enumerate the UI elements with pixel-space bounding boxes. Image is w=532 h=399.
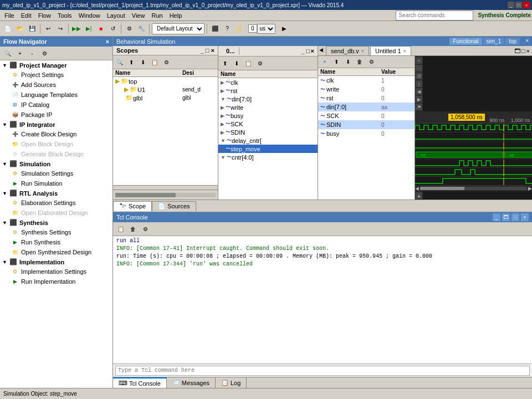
wave-close-btn[interactable]: × xyxy=(526,48,530,54)
add-wave-btn[interactable]: + xyxy=(319,57,330,68)
zoom-in-btn[interactable]: + xyxy=(416,57,422,64)
tcl-settings-btn[interactable]: ⚙ xyxy=(140,223,151,234)
wave-down-btn[interactable]: ⬇ xyxy=(342,57,354,68)
run-time-btn[interactable]: ▶ xyxy=(279,23,290,34)
new-btn[interactable]: 📄 xyxy=(2,23,13,34)
nav-section-implementation-header[interactable]: ▼ ⬛ Implementation xyxy=(0,257,112,267)
obj-write[interactable]: ▶ 〜 write xyxy=(218,103,318,111)
wave-prev-btn[interactable]: ◀ xyxy=(318,46,326,54)
step-btn[interactable]: ▶| xyxy=(83,23,94,34)
obj-rst[interactable]: ▶ 〜 rst xyxy=(218,86,318,95)
nav-open-block-design[interactable]: 📁 Open Block Design xyxy=(0,139,112,149)
tcl-tab-messages[interactable]: 📨 Messages xyxy=(167,377,216,388)
obj-step-move[interactable]: ▶ 〜 step_move xyxy=(218,145,318,153)
redo-btn[interactable]: ↪ xyxy=(55,23,66,34)
obj-din[interactable]: ▼ 〜 din[7:0] xyxy=(218,95,318,103)
nav-section-simulation-header[interactable]: ▼ ⬛ Simulation xyxy=(0,159,112,168)
flow-nav-close[interactable]: × xyxy=(106,38,109,45)
wave-tab-untitled1[interactable]: Untitled 1 × xyxy=(370,46,411,55)
tcl-input-field[interactable] xyxy=(115,366,530,376)
maximize-btn[interactable]: □ xyxy=(515,2,522,8)
wave-settings-btn[interactable]: ⚙ xyxy=(366,57,377,68)
tcl-float-btn[interactable]: 🗔 xyxy=(502,213,510,221)
menu-window[interactable]: Window xyxy=(75,11,104,20)
run-all-btn[interactable]: ▶▶ xyxy=(71,23,82,34)
cursor-btn[interactable]: | xyxy=(416,80,422,87)
tcl-clear-btn[interactable]: 🗑 xyxy=(127,223,139,234)
nav-search-btn[interactable]: 🔍 xyxy=(2,48,13,59)
nav-ip-catalog[interactable]: ⊞ IP Catalog xyxy=(0,100,112,110)
menu-layout[interactable]: Layout xyxy=(104,11,129,20)
obj-sck[interactable]: ▶ 〜 SCK xyxy=(218,120,318,128)
obj-clk[interactable]: ▶ 〜 clk xyxy=(218,78,318,86)
sig-row-write[interactable]: 〜write 0 xyxy=(318,85,415,94)
sig-row-sck[interactable]: 〜SCK 0 xyxy=(318,111,415,120)
nav-section-project-manager-header[interactable]: ▼ ⬛ Project Manager xyxy=(0,60,112,70)
minimize-btn[interactable]: _ xyxy=(508,2,514,8)
tcl-copy-btn[interactable]: 📋 xyxy=(115,223,126,234)
obj-tb4[interactable]: ⚙ xyxy=(254,58,265,69)
menu-view[interactable]: View xyxy=(129,11,149,20)
menu-help[interactable]: Help xyxy=(166,11,186,20)
compile-btn[interactable]: ⚙ xyxy=(124,23,135,34)
scopes-tb5[interactable]: ⚙ xyxy=(161,57,172,68)
next-edge-btn[interactable]: ▶ xyxy=(416,96,422,103)
help-btn[interactable]: ? xyxy=(222,23,233,34)
wave-restore-btn[interactable]: 🗔 xyxy=(514,48,520,54)
tcl-close-btn[interactable]: × xyxy=(521,213,529,221)
obj-sdin[interactable]: ▶ 〜 SDIN xyxy=(218,128,318,136)
wave-vscroll-up-btn[interactable]: ▲ xyxy=(416,192,422,199)
nav-section-ip-integrator-header[interactable]: ▼ ⬛ IP Integrator xyxy=(0,120,112,129)
scopes-tb2[interactable]: ⬆ xyxy=(126,57,137,68)
nav-create-block-design[interactable]: ➕ Create Block Design xyxy=(0,129,112,139)
objects-minimize[interactable]: _ xyxy=(301,48,305,54)
nav-synthesis-settings[interactable]: ⚙ Synthesis Settings xyxy=(0,227,112,237)
scopes-tb4[interactable]: 📋 xyxy=(149,57,160,68)
hscroll-track[interactable] xyxy=(420,187,527,190)
hscroll-track[interactable] xyxy=(115,193,216,197)
obj-tb3[interactable]: 📋 xyxy=(243,58,254,69)
obj-tb1[interactable]: ⬆ xyxy=(219,58,231,69)
wave-tab-send-db-close[interactable]: × xyxy=(361,48,364,54)
search-input[interactable] xyxy=(396,11,473,21)
marker-btn[interactable]: ⚑ xyxy=(416,104,422,110)
stop-btn[interactable]: ■ xyxy=(95,23,106,34)
objects-expand[interactable]: □ xyxy=(306,48,310,54)
wave-up-btn[interactable]: ⬆ xyxy=(331,57,342,68)
nav-settings-btn[interactable]: ⚙ xyxy=(39,48,50,59)
wave-tab-untitled1-close[interactable]: × xyxy=(403,48,406,54)
wave-max-btn[interactable]: □ xyxy=(521,48,525,54)
nav-section-synthesis-header[interactable]: ▼ ⬛ Synthesis xyxy=(0,218,112,227)
tcl-minimize-btn[interactable]: _ xyxy=(493,213,500,221)
layout-dropdown[interactable]: Default Layout xyxy=(152,23,204,34)
nav-open-synthesized-design[interactable]: 📁 Open Synthesized Design xyxy=(0,247,112,257)
prev-edge-btn[interactable]: ◀ xyxy=(416,88,422,95)
scopes-expand[interactable]: □ xyxy=(206,47,209,54)
nav-project-settings[interactable]: ⚙ Project Settings xyxy=(0,70,112,80)
nav-collapse-btn[interactable]: - xyxy=(27,48,38,59)
sim-time-input-run[interactable]: 0 xyxy=(248,24,257,33)
tcl-tab-console[interactable]: ⌨ Tcl Console xyxy=(113,377,167,388)
nav-add-sources[interactable]: ➕ Add Sources xyxy=(0,80,112,90)
sim-time-unit[interactable]: us xyxy=(257,24,275,34)
nav-run-implementation[interactable]: ▶ Run Implementation xyxy=(0,277,112,287)
obj-busy[interactable]: ▶ 〜 busy xyxy=(218,111,318,120)
undo-btn[interactable]: ↩ xyxy=(43,23,54,34)
sim-header-close[interactable]: × xyxy=(525,38,529,45)
tcl-tab-log[interactable]: 📋 Log xyxy=(216,377,247,388)
menu-flow[interactable]: Flow xyxy=(35,11,54,20)
open-btn[interactable]: 📂 xyxy=(14,23,25,34)
sig-row-busy[interactable]: 〜busy 0 xyxy=(318,129,415,138)
obj-cntr[interactable]: ▼ 〜 cntr[4:0] xyxy=(218,153,318,161)
nav-generate-block-design[interactable]: ⚙ Generate Block Design xyxy=(0,149,112,159)
nav-run-synthesis[interactable]: ▶ Run Synthesis xyxy=(0,237,112,247)
scopes-tb1[interactable]: 🔍 xyxy=(114,57,125,68)
nav-elaboration-settings[interactable]: ⚙ Elaboration Settings xyxy=(0,198,112,208)
zoom-fit-btn[interactable]: ⬛ xyxy=(209,23,221,34)
extra1-btn[interactable]: ⚡ xyxy=(234,23,245,34)
menu-file[interactable]: File xyxy=(1,11,18,20)
save-btn[interactable]: 💾 xyxy=(27,23,38,34)
scope-top[interactable]: ▶ 📁 top xyxy=(113,77,218,85)
nav-language-templates[interactable]: 📄 Language Templates xyxy=(0,90,112,100)
menu-tools[interactable]: Tools xyxy=(54,11,75,20)
